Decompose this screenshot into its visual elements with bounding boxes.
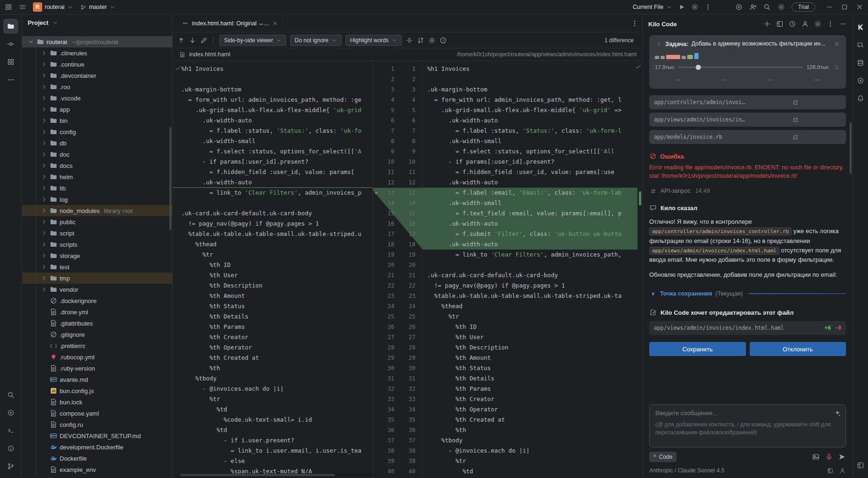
code-line[interactable]: %tbody bbox=[173, 373, 372, 384]
code-line[interactable]: = form_with url: admin_invoices_path, me… bbox=[422, 95, 638, 105]
code-line[interactable] bbox=[422, 74, 638, 84]
code-line[interactable]: %th Description bbox=[173, 281, 372, 291]
kilo-tool-button[interactable] bbox=[853, 20, 868, 34]
code-line[interactable]: .uk-grid-small.uk-flex.uk-flex-middle{ '… bbox=[422, 105, 638, 115]
chevron-right-icon[interactable] bbox=[41, 185, 47, 191]
microphone-icon[interactable] bbox=[825, 453, 833, 461]
tree-item[interactable]: helm bbox=[22, 171, 172, 182]
chevron-right-icon[interactable] bbox=[41, 95, 47, 101]
code-line[interactable]: %td bbox=[422, 466, 638, 477]
agents-icon[interactable] bbox=[838, 467, 846, 474]
open-file-icon[interactable] bbox=[750, 99, 842, 106]
gradle-tool-button[interactable] bbox=[853, 74, 868, 88]
code-line[interactable]: = f.select :status, options_for_select([… bbox=[422, 146, 638, 157]
tree-item[interactable]: config.ru bbox=[22, 419, 172, 430]
tree-item[interactable]: .dockerignore bbox=[22, 295, 172, 306]
code-line[interactable]: %th Details bbox=[173, 311, 372, 322]
code-line[interactable]: != pagy_nav(@pagy) if @pagy.pages > 1 bbox=[173, 219, 372, 229]
code-line[interactable]: %th Amount bbox=[173, 291, 372, 301]
chevron-right-icon[interactable] bbox=[41, 140, 47, 146]
code-line[interactable]: %thead bbox=[173, 239, 372, 250]
chevron-right-icon[interactable] bbox=[41, 286, 47, 293]
code-line[interactable]: .uk-width-small bbox=[422, 198, 638, 208]
beacon-icon[interactable] bbox=[735, 3, 743, 11]
kilo-more-icon[interactable] bbox=[827, 20, 834, 28]
collapse-unchanged-icon[interactable] bbox=[406, 37, 413, 44]
tree-item[interactable]: bun.lock bbox=[22, 396, 172, 408]
close-window-icon[interactable] bbox=[856, 3, 863, 11]
tree-item[interactable]: docs bbox=[22, 160, 172, 171]
diff-right-pane[interactable]: %h1 Invoices.uk-margin-bottom = form_wit… bbox=[422, 61, 638, 478]
enhance-prompt-icon[interactable] bbox=[834, 410, 841, 417]
synchronize-scrolling-icon[interactable] bbox=[417, 37, 424, 44]
tree-root-routerai[interactable]: routerai ~/project/routerai bbox=[22, 36, 172, 47]
change-scroll-marker[interactable] bbox=[639, 191, 641, 205]
tree-item[interactable]: DEVCONTAINER_SETUP.md bbox=[22, 430, 172, 441]
tree-item[interactable]: vendor bbox=[22, 284, 172, 295]
code-line[interactable]: %th Created at bbox=[422, 415, 638, 425]
tree-item[interactable]: .continue bbox=[22, 59, 172, 70]
trial-badge[interactable]: Trial bbox=[791, 2, 815, 12]
tree-item[interactable]: JS bun.config.js bbox=[22, 385, 172, 396]
code-line[interactable]: %h1 Invoices bbox=[173, 64, 372, 74]
tree-item[interactable]: scripts bbox=[22, 239, 172, 250]
code-line[interactable]: .uk-width-auto bbox=[173, 115, 372, 126]
code-line[interactable]: = link_to 'Clear Filters', admin_invoice… bbox=[422, 250, 638, 260]
code-line[interactable] bbox=[173, 198, 372, 208]
profiler-icon[interactable] bbox=[691, 3, 699, 11]
structure-tool-button[interactable] bbox=[3, 54, 18, 69]
tree-item[interactable]: tmp bbox=[22, 273, 172, 284]
history-icon[interactable] bbox=[789, 20, 796, 28]
code-line[interactable]: %th Creator bbox=[422, 394, 638, 404]
commit-tool-button[interactable] bbox=[3, 37, 18, 52]
next-difference-icon[interactable] bbox=[189, 37, 196, 44]
code-line[interactable]: %th ID bbox=[173, 260, 372, 270]
code-line[interactable]: %th Params bbox=[422, 384, 638, 394]
code-line[interactable]: = form_with url: admin_invoices_path, me… bbox=[173, 95, 372, 105]
viewer-mode-dropdown[interactable]: Side-by-side viewer bbox=[219, 35, 286, 46]
tree-item[interactable]: .rubocop.yml bbox=[22, 351, 172, 363]
code-line[interactable]: %code.uk-text-small= i.id bbox=[173, 415, 372, 425]
chevron-right-icon[interactable] bbox=[41, 196, 47, 203]
code-line[interactable]: != pagy_nav(@pagy) if @pagy.pages > 1 bbox=[422, 281, 638, 291]
code-line[interactable]: = f.hidden_field :user_id, value: params… bbox=[173, 167, 372, 177]
chevron-right-icon[interactable] bbox=[41, 252, 47, 259]
run-icon[interactable] bbox=[678, 3, 685, 11]
tree-item[interactable]: .vscode bbox=[22, 92, 172, 104]
project-scrollbar[interactable] bbox=[169, 127, 171, 230]
chevron-right-icon[interactable] bbox=[41, 219, 47, 225]
code-line[interactable]: %tr bbox=[422, 311, 638, 322]
tree-item[interactable]: Dockerfile bbox=[22, 453, 172, 464]
code-line[interactable]: %tr bbox=[422, 456, 638, 466]
code-line[interactable]: %th Details bbox=[422, 373, 638, 384]
code-line[interactable]: %table.uk-table.uk-table-small.uk-table-… bbox=[173, 229, 372, 239]
code-line[interactable]: %th User bbox=[422, 332, 638, 342]
code-line[interactable]: = f.label :email, 'Email:', class: 'uk-f… bbox=[422, 188, 638, 198]
hidden-windows-button[interactable] bbox=[853, 458, 868, 472]
run-tool-button[interactable] bbox=[3, 405, 18, 420]
tree-item[interactable]: .ruby-version bbox=[22, 363, 172, 374]
code-line[interactable]: %th Created at bbox=[173, 353, 372, 363]
code-line[interactable]: %th Status bbox=[173, 301, 372, 311]
minimize-icon[interactable] bbox=[826, 3, 833, 11]
notifications-tool-button[interactable] bbox=[853, 91, 868, 106]
editor-scrollbar[interactable] bbox=[638, 61, 642, 478]
chevron-right-icon[interactable] bbox=[41, 207, 47, 214]
code-line[interactable]: - if params[:user_id].present? bbox=[173, 157, 372, 167]
code-line[interactable]: %table.uk-table.uk-table-small.uk-table-… bbox=[422, 291, 638, 301]
kilo-scrollbar[interactable] bbox=[850, 122, 852, 174]
tree-item[interactable]: public bbox=[22, 216, 172, 228]
tree-item[interactable]: storage bbox=[22, 250, 172, 261]
tree-item[interactable]: script bbox=[22, 228, 172, 239]
layout-icon[interactable] bbox=[826, 467, 834, 474]
chevron-down-icon[interactable] bbox=[28, 38, 34, 45]
code-line[interactable] bbox=[422, 260, 638, 270]
code-line[interactable]: .uk-grid-small.uk-flex.uk-flex-middle{ '… bbox=[173, 105, 372, 115]
tree-item[interactable]: test bbox=[22, 261, 172, 273]
main-menu-icon[interactable] bbox=[19, 3, 26, 11]
code-line[interactable]: %td bbox=[173, 404, 372, 415]
chevron-right-icon[interactable] bbox=[41, 129, 47, 135]
chevron-right-icon[interactable] bbox=[41, 275, 47, 281]
code-line[interactable]: %th ID bbox=[422, 322, 638, 332]
code-line[interactable]: - @invoices.each do |i| bbox=[173, 384, 372, 394]
